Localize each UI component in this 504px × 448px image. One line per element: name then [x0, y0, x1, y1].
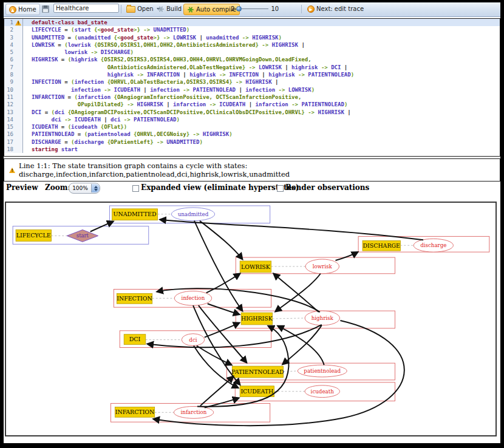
- state-box-LIFECYCLE[interactable]: LIFECYCLE: [16, 230, 51, 242]
- code-text: OPupilDilated} -> HIGHRISK | infarction …: [23, 101, 347, 108]
- state-box-ICUDEATH[interactable]: ICUDEATH: [240, 386, 274, 397]
- code-line-7[interactable]: 7 OAntibioticsAdministered,OLabTestNegat…: [4, 64, 500, 71]
- code-text: INFARCTION = (infarction {OAngiogramInfa…: [23, 93, 301, 101]
- event-ellipse-lowrisk[interactable]: lowrisk: [305, 259, 339, 274]
- code-text: PATIENTNOLEAD = (patientnolead {OHRVL,OE…: [23, 131, 233, 138]
- build-button[interactable]: Build: [155, 4, 183, 14]
- code-line-3[interactable]: 3UNADMITTED = (unadmitted {<good_state>}…: [4, 34, 500, 41]
- event-ellipse-icudeath[interactable]: icudeath: [305, 385, 339, 398]
- code-editor[interactable]: 1default-class bad_state2LIFECYCLE = (st…: [4, 18, 500, 157]
- state-box-LOWRISK[interactable]: LOWRISK: [240, 261, 271, 273]
- compile-slider[interactable]: [237, 8, 268, 9]
- save-button[interactable]: [40, 4, 51, 14]
- code-line-11[interactable]: 11INFARCTION = (infarction {OAngiogramIn…: [4, 93, 500, 101]
- state-box-DCI[interactable]: DCI: [124, 334, 146, 345]
- code-line-8[interactable]: 8 highrisk -> INFARCTION | highrisk -> I…: [4, 71, 500, 78]
- line-number-gutter: 2: [4, 26, 23, 33]
- state-box-INFARCTION[interactable]: INFARCTION: [115, 407, 154, 417]
- line-number-gutter: 9: [4, 78, 23, 86]
- code-text: lowrisk -> DISCHARGE): [23, 49, 134, 56]
- zoom-label: Zoom:: [45, 183, 70, 192]
- code-text: default-class bad_state: [23, 19, 107, 26]
- code-text: dci -> ICUDEATH | dci -> PATIENTNOLEAD): [23, 116, 180, 123]
- svg-text:DCI: DCI: [129, 336, 141, 342]
- event-ellipse-unadmitted[interactable]: unadmitted: [171, 208, 214, 221]
- line-number-gutter: 3: [4, 34, 23, 41]
- event-ellipse-discharge[interactable]: discharge: [414, 239, 453, 252]
- line-number-gutter: 8: [4, 71, 23, 78]
- code-line-6[interactable]: 6HIGHRISK = (highrisk {OSIRS2,OSIRS3,OSI…: [4, 56, 500, 63]
- code-text: ICUDEATH = (icudeath {OFlat}): [23, 123, 127, 131]
- preview-controls: Preview Zoom: 100% Expanded view (elimin…: [4, 183, 500, 194]
- toolbar-separator: [121, 5, 121, 13]
- edge-infection-HIGHRISK: [208, 304, 239, 314]
- code-line-1[interactable]: 1default-class bad_state: [4, 19, 500, 26]
- up-down-stepper-icon[interactable]: [91, 184, 100, 192]
- render-observations-checkbox[interactable]: [277, 185, 284, 192]
- code-text: starting start: [23, 146, 78, 153]
- home-icon: ▲: [9, 6, 16, 13]
- event-ellipse-infarction[interactable]: infarction: [174, 406, 213, 418]
- line-number-gutter: 14: [4, 116, 23, 123]
- line-number-gutter: 4: [4, 41, 23, 49]
- code-line-14[interactable]: 14 dci -> ICUDEATH | dci -> PATIENTNOLEA…: [4, 116, 500, 123]
- svg-text:LIFECYCLE: LIFECYCLE: [16, 232, 51, 239]
- event-ellipse-highrisk[interactable]: highrisk: [305, 311, 339, 325]
- svg-text:lowrisk: lowrisk: [313, 263, 333, 270]
- start-diamond[interactable]: start: [67, 230, 98, 242]
- edge-lowrisk-DISCHARGE: [336, 252, 358, 260]
- line-number-gutter: 15: [4, 123, 23, 131]
- line-number-gutter: 11: [4, 93, 23, 101]
- state-box-PATIENTNOLEAD[interactable]: PATIENTNOLEAD: [231, 366, 284, 378]
- state-box-INFECTION[interactable]: INFECTION: [117, 293, 152, 304]
- render-observations-label: Render observations: [285, 183, 369, 192]
- code-text: INFECTION = (infection {OHRVL,OLabTestBa…: [23, 78, 278, 86]
- svg-text:icudeath: icudeath: [311, 389, 335, 395]
- code-line-9[interactable]: 9INFECTION = (infection {OHRVL,OLabTestB…: [4, 78, 500, 86]
- svg-text:discharge: discharge: [420, 242, 446, 248]
- svg-text:patientnolead: patientnolead: [304, 368, 341, 374]
- svg-text:PATIENTNOLEAD: PATIENTNOLEAD: [231, 368, 284, 375]
- event-ellipse-infection[interactable]: infection: [174, 291, 211, 305]
- event-ellipse-patientnolead[interactable]: patientnolead: [298, 365, 347, 377]
- home-label: Home: [18, 6, 36, 13]
- svg-text:LOWRISK: LOWRISK: [241, 263, 271, 270]
- home-button[interactable]: ▲ Home: [5, 4, 40, 15]
- svg-text:ICUDEATH: ICUDEATH: [240, 388, 273, 395]
- compile-slider-group: 2 10: [231, 4, 279, 14]
- code-line-12[interactable]: 12 OPupilDilated} -> HIGHRISK | infarcti…: [4, 101, 500, 108]
- code-text: DCI = (dci {OAngiogramDCIPositive,OCTSca…: [23, 109, 351, 116]
- filename-input[interactable]: [53, 4, 119, 13]
- code-line-16[interactable]: 16PATIENTNOLEAD = (patientnolead {OHRVL,…: [4, 131, 500, 138]
- svg-text:highrisk: highrisk: [312, 315, 334, 321]
- next-label: Next: edit trace: [316, 5, 364, 12]
- code-line-18[interactable]: 18starting start: [4, 146, 500, 153]
- code-line-5[interactable]: 5 lowrisk -> DISCHARGE): [4, 49, 500, 56]
- line-number-gutter: 6: [4, 56, 23, 63]
- code-line-15[interactable]: 15ICUDEATH = (icudeath {OFlat}): [4, 123, 500, 131]
- zoom-select[interactable]: 100%: [69, 183, 100, 194]
- code-line-17[interactable]: 17DISCHARGE = (discharge {OPatientLeft} …: [4, 138, 500, 146]
- slider-knob[interactable]: [236, 6, 242, 12]
- code-text: OAntibioticsAdministered,OLabTestNegativ…: [23, 64, 347, 71]
- slider-min-label: 2: [231, 5, 234, 12]
- code-line-13[interactable]: 13DCI = (dci {OAngiogramDCIPositive,OCTS…: [4, 109, 500, 116]
- expanded-view-label: Expanded view (eliminate hyperstates): [141, 183, 299, 192]
- line-number-gutter: 17: [4, 138, 23, 146]
- code-line-2[interactable]: 2LIFECYCLE = (start {<good_state>} -> UN…: [4, 26, 500, 33]
- state-box-DISCHARGE[interactable]: DISCHARGE: [363, 240, 400, 251]
- code-line-4[interactable]: 4LOWRISK = (lowrisk {OSIRSO,OSIRS1,OHH1,…: [4, 41, 500, 49]
- code-line-10[interactable]: 10 infection -> ICUDEATH | infection -> …: [4, 86, 500, 93]
- next-button[interactable]: ▶ Next: edit trace: [305, 4, 366, 14]
- state-box-HIGHRISK[interactable]: HIGHRISK: [241, 313, 273, 325]
- expanded-view-checkbox[interactable]: [132, 185, 139, 192]
- line-number-gutter: 7: [4, 64, 23, 71]
- code-lines: 1default-class bad_state2LIFECYCLE = (st…: [4, 19, 500, 153]
- code-text: HIGHRISK = (highrisk {OSIRS2,OSIRS3,OSIR…: [23, 56, 312, 63]
- event-ellipse-dci[interactable]: dci: [182, 334, 205, 346]
- code-text: highrisk -> INFARCTION | highrisk -> INF…: [23, 71, 354, 78]
- line-number-gutter: 16: [4, 131, 23, 138]
- state-box-UNADMITTED[interactable]: UNADMITTED: [112, 209, 157, 220]
- svg-text:start: start: [77, 232, 89, 239]
- line-number-gutter: 13: [4, 109, 23, 116]
